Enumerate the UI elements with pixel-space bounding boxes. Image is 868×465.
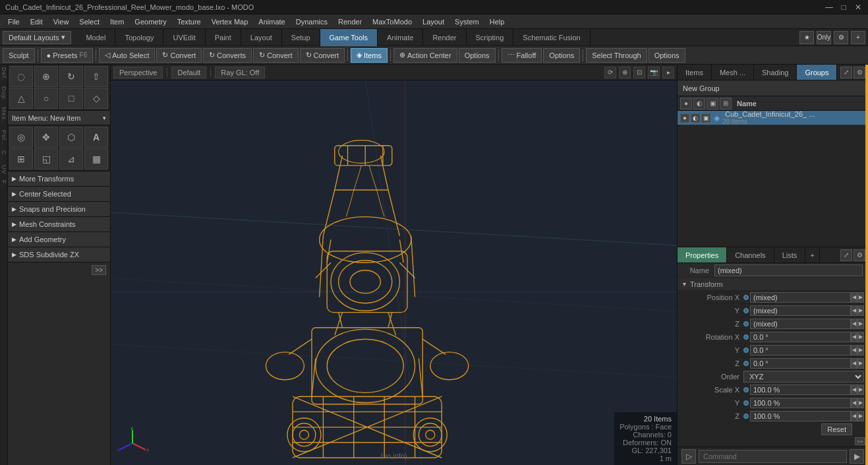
pos-x-value[interactable]: (mixed)	[750, 292, 851, 303]
sds-header[interactable]: ▶ SDS Subdivide ZX	[8, 247, 110, 262]
item-vis-btn[interactable]: ●	[680, 113, 689, 123]
tool2-8[interactable]: ▦	[84, 148, 108, 170]
item-row-0[interactable]: ● ◐ ▣ ◈ Cub_Cadet_Infinicut_26_ ... 20 I…	[678, 111, 868, 125]
render-toggle-btn[interactable]: ◐	[693, 98, 705, 109]
item-menu-row[interactable]: Item Menu: New Item ▾	[8, 111, 110, 125]
pos-x-inc[interactable]: ▶	[857, 292, 864, 303]
tab-layout[interactable]: Layout	[241, 29, 282, 46]
only-button[interactable]: Only	[817, 31, 831, 44]
tool-shape4[interactable]: ◇	[84, 88, 108, 109]
orbit-icon[interactable]: ⟳	[604, 67, 616, 78]
name-input[interactable]	[714, 264, 863, 276]
pos-z-inc[interactable]: ▶	[857, 319, 864, 329]
sculpt-button[interactable]: Sculpt	[3, 48, 35, 63]
menu-dynamics[interactable]: Dynamics	[291, 16, 333, 27]
right-tab-items[interactable]: Items	[678, 65, 712, 80]
command-exec-btn[interactable]: ▶	[850, 449, 864, 464]
scale-x-value[interactable]: 100.0 %	[750, 385, 851, 395]
pos-z-indicator[interactable]	[743, 321, 749, 326]
add-geometry-header[interactable]: ▶ Add Geometry	[8, 232, 110, 247]
tab-animate[interactable]: Animate	[378, 29, 423, 46]
scale-x-inc[interactable]: ▶	[857, 385, 864, 395]
tool-scale[interactable]: ⇧	[84, 66, 108, 87]
ray-gl-button[interactable]: Ray GL: Off	[215, 67, 265, 78]
close-button[interactable]: ✕	[854, 3, 863, 12]
select-through-button[interactable]: Select Through	[586, 48, 647, 63]
menu-geometry[interactable]: Geometry	[129, 16, 171, 27]
mesh-constraints-header[interactable]: ▶ Mesh Constraints	[8, 217, 110, 232]
menu-file[interactable]: File	[3, 16, 25, 27]
items-button[interactable]: ◈ Items	[351, 48, 388, 63]
add-tab-button[interactable]: +	[851, 31, 865, 44]
menu-texture[interactable]: Texture	[172, 16, 206, 27]
pos-y-dec[interactable]: ◀	[851, 305, 857, 316]
zoom-icon[interactable]: ⊕	[619, 67, 631, 78]
rot-x-dec[interactable]: ◀	[851, 332, 857, 342]
settings-icon[interactable]: ⚙	[834, 31, 848, 44]
tool2-5[interactable]: ⊞	[9, 148, 33, 170]
menu-select[interactable]: Select	[74, 16, 105, 27]
rot-y-inc[interactable]: ▶	[857, 345, 864, 356]
converts-button[interactable]: ↻ Converts	[203, 48, 252, 63]
tab-topology[interactable]: Topology	[115, 29, 163, 46]
visibility-btn[interactable]: ●	[680, 98, 692, 109]
props-tab-channels[interactable]: Channels	[727, 247, 774, 263]
props-tab-add[interactable]: +	[805, 247, 820, 263]
expand-icon[interactable]: ⤢	[840, 67, 852, 78]
tool-rotate[interactable]: ↻	[59, 66, 83, 87]
presets-button[interactable]: ● Presets F6	[41, 48, 94, 63]
order-dropdown[interactable]: XYZ	[743, 371, 864, 383]
pos-z-dec[interactable]: ◀	[851, 319, 857, 329]
rot-z-inc[interactable]: ▶	[857, 358, 864, 369]
rot-x-value[interactable]: 0.0 °	[750, 332, 851, 342]
rot-x-indicator[interactable]	[743, 334, 749, 340]
tab-scripting[interactable]: Scripting	[467, 29, 514, 46]
scale-x-dec[interactable]: ◀	[851, 385, 857, 395]
convert1-button[interactable]: ↻ Convert	[156, 48, 202, 63]
layout-dropdown[interactable]: Default Layouts ▾	[3, 31, 71, 44]
pos-x-dec[interactable]: ◀	[851, 292, 857, 303]
action-center-button[interactable]: ⊕ Action Center	[393, 48, 457, 63]
falloff-button[interactable]: ⋯ Falloff	[502, 48, 542, 63]
right-tab-shading[interactable]: Shading	[754, 65, 797, 80]
tool-shape3[interactable]: □	[59, 88, 83, 109]
menu-edit[interactable]: Edit	[25, 16, 48, 27]
viewport-canvas[interactable]: (no info) 20 Items Polygons : Face Chann…	[111, 80, 677, 465]
scale-y-indicator[interactable]	[743, 400, 749, 406]
tool-shape1[interactable]: △	[9, 88, 33, 109]
default-button[interactable]: Default	[171, 67, 206, 78]
tab-uvedit[interactable]: UVEdit	[163, 29, 205, 46]
tool-select[interactable]: ◌	[9, 66, 33, 87]
convert3-button[interactable]: ↻ Convert	[300, 48, 345, 63]
tool-move[interactable]: ⊕	[34, 66, 58, 87]
tab-schematic[interactable]: Schematic Fusion	[513, 29, 590, 46]
scale-x-indicator[interactable]	[743, 387, 749, 392]
rot-x-inc[interactable]: ▶	[857, 332, 864, 342]
menu-maxtomodo[interactable]: MaxToModo	[367, 16, 417, 27]
snaps-header[interactable]: ▶ Snaps and Precision	[8, 202, 110, 216]
menu-render[interactable]: Render	[333, 16, 367, 27]
rot-z-value[interactable]: 0.0 °	[750, 358, 851, 369]
tab-game-tools[interactable]: Game Tools	[320, 29, 378, 46]
tool-shape2[interactable]: ○	[34, 88, 58, 109]
expand-list-btn[interactable]: ⊞	[720, 98, 732, 109]
expand-all-button[interactable]: >>	[92, 265, 106, 275]
menu-help[interactable]: Help	[484, 16, 510, 27]
tool2-4[interactable]: A	[84, 127, 108, 148]
star-icon[interactable]: ★	[799, 31, 814, 44]
scale-y-value[interactable]: 100.0 %	[750, 398, 851, 408]
scroll-down-btn[interactable]: >>	[855, 437, 865, 445]
tool2-2[interactable]: ✥	[34, 127, 58, 148]
item-render-btn[interactable]: ◐	[691, 113, 700, 123]
pos-y-value[interactable]: (mixed)	[750, 305, 851, 316]
minimize-button[interactable]: —	[825, 3, 834, 12]
tab-setup[interactable]: Setup	[282, 29, 320, 46]
tab-paint[interactable]: Paint	[206, 29, 241, 46]
rot-y-dec[interactable]: ◀	[851, 345, 857, 356]
menu-vertexmap[interactable]: Vertex Map	[206, 16, 254, 27]
tool2-1[interactable]: ◎	[9, 127, 33, 148]
more-transforms-header[interactable]: ▶ More Transforms	[8, 171, 110, 186]
props-expand-icon[interactable]: ⤢	[840, 249, 852, 261]
rot-y-indicator[interactable]	[743, 348, 749, 353]
scale-z-value[interactable]: 100.0 %	[750, 411, 851, 421]
